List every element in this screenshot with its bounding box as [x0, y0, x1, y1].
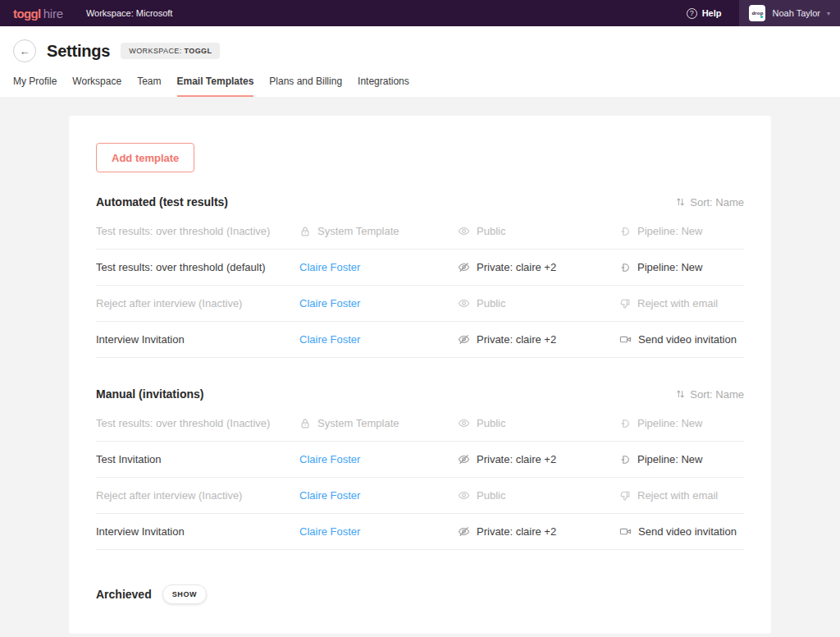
- back-button[interactable]: ←: [13, 39, 36, 62]
- owner-link[interactable]: Claire Foster: [299, 453, 360, 465]
- eye-off-icon: [458, 525, 470, 538]
- template-row[interactable]: Test results: over threshold (Inactive)S…: [96, 213, 744, 250]
- section-header: Automated (test results)Sort: Name: [96, 195, 744, 209]
- template-row[interactable]: Reject after interview (Inactive)Claire …: [96, 478, 744, 514]
- add-template-button[interactable]: Add template: [96, 143, 194, 172]
- help-button[interactable]: ? Help: [669, 0, 740, 26]
- owner-cell: Claire Foster: [299, 525, 458, 538]
- action-cell: Send video invitation: [619, 525, 744, 538]
- archived-section: Archieved SHOW: [96, 584, 744, 604]
- action-cell: Reject with email: [619, 297, 744, 309]
- eye-off-icon: [458, 333, 470, 346]
- eye-icon: [458, 297, 470, 309]
- lock-icon: [299, 226, 311, 237]
- tab-my-profile[interactable]: My Profile: [13, 76, 57, 97]
- help-label: Help: [702, 8, 722, 18]
- owner-link[interactable]: Claire Foster: [299, 525, 360, 538]
- visibility-label: Public: [477, 489, 505, 502]
- eye-icon: [458, 489, 470, 502]
- owner-link[interactable]: Claire Foster: [299, 333, 360, 346]
- pipeline-icon: [619, 262, 631, 273]
- chevron-down-icon: ▾: [827, 10, 830, 17]
- topbar-left: toggl hire Workspace: Microsoft: [0, 0, 172, 26]
- pipeline-icon: [619, 454, 631, 465]
- sort-arrows-icon: [676, 197, 685, 207]
- action-cell: Pipeline: New: [619, 261, 744, 273]
- owner-cell: Claire Foster: [299, 453, 458, 465]
- tab-integrations[interactable]: Integrations: [358, 76, 409, 97]
- action-label: Pipeline: New: [637, 261, 703, 273]
- page-header: ← Settings WORKSPACE: TOGGL My ProfileWo…: [0, 26, 840, 97]
- owner-cell: System Template: [299, 225, 458, 237]
- template-row[interactable]: Test InvitationClaire FosterPrivate: cla…: [96, 442, 744, 478]
- action-cell: Reject with email: [619, 489, 744, 502]
- owner-link[interactable]: Claire Foster: [299, 261, 360, 273]
- template-name: Reject after interview (Inactive): [96, 297, 299, 309]
- page-title: Settings: [47, 42, 110, 61]
- section-header: Manual (invitations)Sort: Name: [96, 387, 744, 401]
- thumbs-down-icon: [619, 490, 631, 502]
- topbar-right: ? Help drop Noah Taylor ▾: [669, 0, 840, 26]
- template-row[interactable]: Test results: over threshold (default)Cl…: [96, 250, 744, 286]
- content-area: Add template Automated (test results)Sor…: [0, 97, 840, 637]
- visibility-label: Public: [477, 225, 505, 237]
- template-name: Test results: over threshold (Inactive): [96, 417, 299, 429]
- user-menu[interactable]: drop Noah Taylor ▾: [739, 0, 840, 26]
- action-label: Send video invitation: [638, 333, 737, 346]
- question-mark-circle-icon: ?: [687, 8, 697, 19]
- action-cell: Pipeline: New: [619, 417, 744, 429]
- video-camera-icon: [619, 525, 632, 538]
- lock-icon: [299, 418, 311, 429]
- owner-cell: System Template: [299, 417, 458, 429]
- tab-email-templates[interactable]: Email Templates: [177, 76, 254, 97]
- action-label: Send video invitation: [638, 525, 737, 538]
- owner-label: System Template: [317, 225, 399, 237]
- template-section-manual-invitations-: Manual (invitations)Sort: NameTest resul…: [96, 387, 744, 550]
- action-cell: Pipeline: New: [619, 225, 744, 237]
- action-label: Reject with email: [637, 297, 718, 309]
- workspace-badge-prefix: WORKSPACE:: [129, 47, 181, 55]
- tab-plans-and-billing[interactable]: Plans and Billing: [269, 76, 342, 97]
- eye-off-icon: [458, 261, 470, 273]
- eye-off-icon: [458, 453, 470, 465]
- template-row[interactable]: Reject after interview (Inactive)Claire …: [96, 286, 744, 322]
- logo-toggl-text: toggl: [13, 7, 41, 21]
- action-cell: Send video invitation: [619, 333, 744, 346]
- settings-tabs: My ProfileWorkspaceTeamEmail TemplatesPl…: [0, 62, 840, 97]
- action-label: Pipeline: New: [637, 417, 703, 429]
- tab-team[interactable]: Team: [137, 76, 161, 97]
- toggl-hire-logo[interactable]: toggl hire: [13, 7, 63, 21]
- user-name: Noah Taylor: [772, 8, 820, 18]
- tab-workspace[interactable]: Workspace: [72, 76, 121, 97]
- action-label: Reject with email: [637, 489, 718, 502]
- visibility-cell: Private: claire +2: [458, 453, 619, 465]
- visibility-label: Private: claire +2: [477, 453, 556, 465]
- template-row[interactable]: Test results: over threshold (Inactive)S…: [96, 406, 744, 442]
- template-section-automated-test-results-: Automated (test results)Sort: NameTest r…: [96, 195, 744, 358]
- visibility-label: Public: [477, 417, 505, 429]
- visibility-cell: Private: claire +2: [458, 333, 619, 346]
- top-navigation-bar: toggl hire Workspace: Microsoft ? Help d…: [0, 0, 840, 26]
- visibility-label: Private: claire +2: [477, 333, 556, 346]
- sort-control[interactable]: Sort: Name: [676, 196, 744, 209]
- owner-link[interactable]: Claire Foster: [299, 297, 360, 309]
- archived-section-title: Archieved: [96, 588, 152, 601]
- template-row[interactable]: Interview InvitationClaire FosterPrivate…: [96, 322, 744, 358]
- show-archived-button[interactable]: SHOW: [162, 584, 207, 604]
- visibility-cell: Public: [458, 225, 619, 237]
- sort-control[interactable]: Sort: Name: [676, 388, 744, 401]
- pipeline-icon: [619, 418, 631, 429]
- workspace-badge-value: TOGGL: [185, 47, 212, 55]
- template-name: Interview Invitation: [96, 525, 299, 538]
- owner-link[interactable]: Claire Foster: [299, 489, 360, 502]
- action-label: Pipeline: New: [637, 453, 703, 465]
- visibility-cell: Public: [458, 489, 619, 502]
- template-name: Test Invitation: [96, 453, 299, 465]
- eye-icon: [458, 417, 470, 429]
- template-name: Test results: over threshold (Inactive): [96, 225, 299, 237]
- visibility-label: Private: claire +2: [477, 525, 556, 538]
- sort-arrows-icon: [676, 389, 685, 399]
- template-row[interactable]: Interview InvitationClaire FosterPrivate…: [96, 514, 744, 550]
- template-name: Reject after interview (Inactive): [96, 489, 299, 502]
- section-title: Manual (invitations): [96, 387, 203, 401]
